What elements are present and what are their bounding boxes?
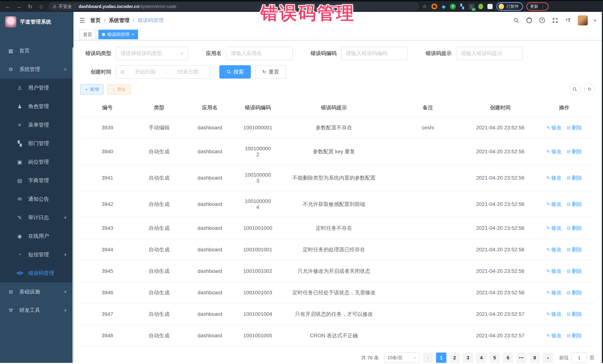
close-icon[interactable]: × [132,32,134,37]
edit-link[interactable]: ✎修改 [546,289,562,296]
sidebar-item-home[interactable]: ▦ 首页 [0,42,73,60]
active-dot [102,33,105,36]
tag-errcode[interactable]: 错误码管理 × [98,30,138,39]
hamburger-icon[interactable]: ☰ [79,17,85,24]
goto-page-input[interactable] [571,353,587,363]
date-range-picker[interactable]: ⊞ 开始日期 - 结束日期 [116,65,210,78]
error-type-select[interactable]: 请选择错误码类型 ∨ [116,47,188,60]
caret-down-icon[interactable]: ▾ [594,18,596,22]
extension-area: ◆ V ▚ ≡on 已暂停 更新 ⋮ [431,2,549,11]
filter-type-label: 错误码类型 [80,50,111,57]
browser-update-button[interactable]: 更新 ⋮ [526,2,549,11]
extension-icon-gem[interactable]: ◆ [441,3,447,10]
header-app: 应用名 [184,99,236,117]
edit-link[interactable]: ✎修改 [546,311,562,318]
toggle-search-button[interactable] [569,84,580,95]
error-hint-input[interactable] [461,50,518,56]
browser-back-icon[interactable]: ← [4,3,12,10]
font-size-icon[interactable]: TT [565,17,571,24]
more-pages-button[interactable]: ••• [516,353,527,363]
page-button-1[interactable]: 1 [436,353,446,363]
breadcrumb-current: 错误码管理 [138,17,164,24]
edit-link[interactable]: ✎修改 [546,174,562,181]
breadcrumb-home[interactable]: 首页 [90,17,101,24]
edit-link[interactable]: ✎修改 [546,268,562,275]
sidebar-item-dict[interactable]: ▤ 字典管理 [0,171,73,190]
error-code-input[interactable] [346,50,403,56]
app-name-input[interactable] [231,50,288,56]
breadcrumb-system[interactable]: 系统管理 [109,17,129,24]
delete-link[interactable]: ⊟删除 [567,148,582,155]
extensions-puzzle-icon[interactable] [487,3,493,10]
dashboard-icon: ▦ [7,48,14,54]
pagination: 共 76 条 10条/页 ∨ ‹ 1 2 3 4 5 6 ••• 8 › 前往 … [81,353,594,363]
edit-link[interactable]: ✎修改 [546,225,562,232]
page-button-3[interactable]: 3 [463,353,473,363]
sidebar-item-devtool[interactable]: ⚒ 研发工具 ∨ [0,301,73,320]
sidebar-item-dept[interactable]: ▚ 部门管理 [0,134,73,153]
profile-paused-chip[interactable]: 已暂停 [496,2,523,11]
sidebar-item-sms[interactable]: ◔ 短信管理 ∨ [0,245,73,264]
extension-icon-key[interactable] [478,3,484,10]
github-icon[interactable] [526,17,533,24]
page-button-4[interactable]: 4 [476,353,487,363]
page-button-8[interactable]: 8 [530,353,540,363]
reset-button[interactable]: ↻ 重置 [255,65,286,78]
browser-forward-icon[interactable]: → [15,3,23,10]
sidebar-item-audit[interactable]: ✎ 审计日志 ∨ [0,208,73,227]
sidebar-item-infra[interactable]: ⊞ 基础设施 ∨ [0,282,73,301]
delete-link[interactable]: ⊟删除 [567,311,582,318]
logo-row[interactable]: 芋道管理系统 [0,12,73,29]
page-unit-label: 页 [590,354,594,361]
search-button[interactable]: 搜索 [219,65,251,78]
tag-home[interactable]: 首页 [79,30,96,39]
refresh-table-button[interactable]: ↻ [584,84,595,95]
delete-link[interactable]: ⊟删除 [567,201,582,208]
extension-icon-tiles[interactable]: ▚ [459,3,465,10]
prev-page-button[interactable]: ‹ [423,353,433,363]
filter-app-label: 应用名 [199,50,221,57]
browser-home-icon[interactable]: ⌂ [37,3,45,10]
sidebar-item-user[interactable]: ♙ 用户管理 [0,78,73,97]
sidebar-item-system[interactable]: ⚙ 系统管理 ∧ [0,60,73,78]
avatar[interactable] [578,15,588,25]
header-hint: 错误码提示 [279,99,389,117]
sidebar-item-role[interactable]: ♟ 角色管理 [0,97,73,116]
edit-link[interactable]: ✎修改 [546,246,562,253]
extension-icon-vue[interactable]: V [450,3,456,10]
extension-icon-orange[interactable] [431,3,437,10]
sidebar-item-online[interactable]: ◉ 在线用户 [0,227,73,245]
browser-reload-icon[interactable]: ↻ [26,3,34,10]
sidebar-item-menu[interactable]: ≡ 菜单管理 [0,116,73,134]
delete-link[interactable]: ⊟删除 [567,174,582,181]
page-button-2[interactable]: 2 [449,353,460,363]
delete-link[interactable]: ⊟删除 [567,124,582,131]
edit-link[interactable]: ✎修改 [546,332,562,339]
user-icon: ♙ [16,85,23,91]
next-page-button[interactable]: › [543,353,553,363]
delete-link[interactable]: ⊟删除 [567,268,582,275]
help-icon[interactable]: ? [539,17,545,24]
page-button-5[interactable]: 5 [489,353,500,363]
add-button[interactable]: + 新增 [80,84,104,95]
security-label[interactable]: ⚠ 不安全 [53,3,76,10]
export-button[interactable]: ↓ 导出 [107,84,131,95]
sidebar-item-post[interactable]: ▣ 岗位管理 [0,153,73,171]
delete-link[interactable]: ⊟删除 [567,246,582,253]
url-host: dashboard.yudao.iocoder.cn [79,4,139,9]
delete-link[interactable]: ⊟删除 [567,289,582,296]
edit-link[interactable]: ✎修改 [546,201,562,208]
fullscreen-icon[interactable] [552,17,558,24]
page-button-6[interactable]: 6 [503,353,513,363]
edit-link[interactable]: ✎修改 [546,148,562,155]
sidebar-item-notice[interactable]: ✉ 通知公告 [0,190,73,208]
delete-link[interactable]: ⊟删除 [567,225,582,232]
extension-icon-switch[interactable]: ≡on [468,3,475,10]
delete-link[interactable]: ⊟删除 [567,332,582,339]
sidebar-item-errcode[interactable]: </> 错误码管理 [0,264,73,282]
address-bar[interactable]: ⚠ 不安全 dashboard.yudao.iocoder.cn/system/… [48,2,419,11]
edit-link[interactable]: ✎修改 [546,124,562,131]
search-icon[interactable] [513,17,520,24]
page-size-select[interactable]: 10条/页 ∨ [384,353,420,363]
bookmark-star-icon[interactable]: ☆ [422,3,427,10]
